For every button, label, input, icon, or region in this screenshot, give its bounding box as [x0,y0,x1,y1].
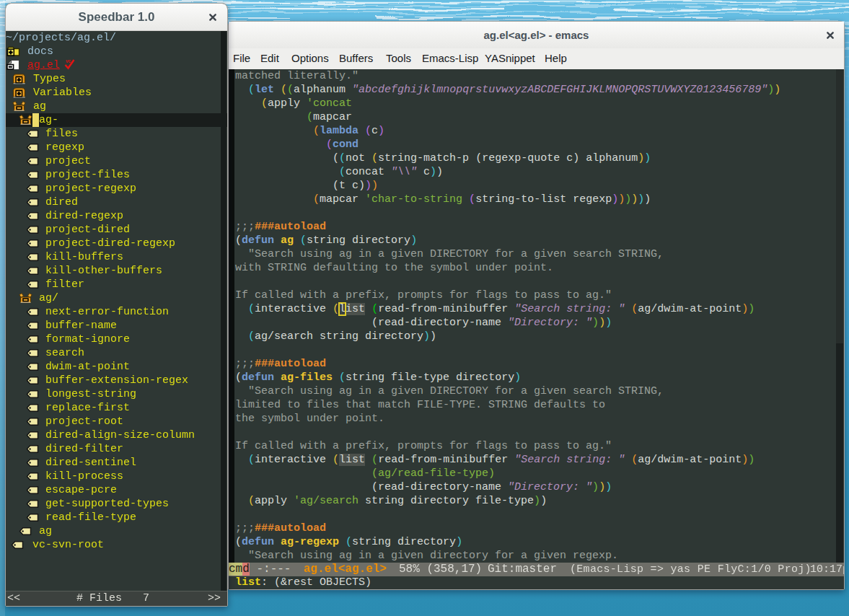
svg-text:vc: vc [66,58,72,63]
